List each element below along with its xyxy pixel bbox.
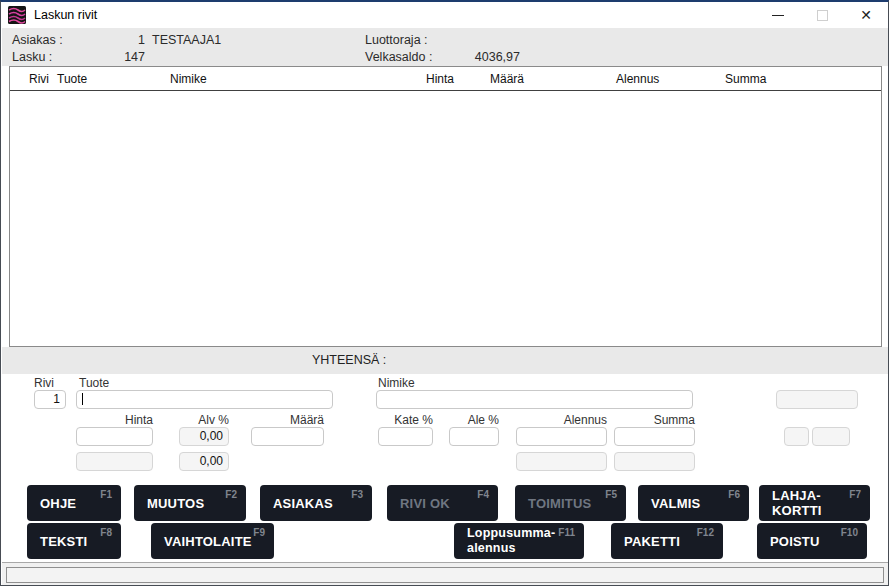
summa-label: Summa	[615, 413, 695, 427]
fkey-label: F10	[841, 527, 858, 538]
rivi-ok-button: RIVI OKF4	[387, 485, 498, 521]
maximize-icon	[817, 10, 828, 21]
rivi-field[interactable]: 1	[34, 390, 66, 409]
kate-field[interactable]	[378, 427, 433, 446]
invoice-rows-table[interactable]: Rivi Tuote Nimike Hinta Määrä Alennus Su…	[9, 66, 882, 347]
col-tuote: Tuote	[57, 72, 87, 86]
side-box-1	[784, 427, 809, 446]
alennus-label: Alennus	[527, 413, 607, 427]
teksti-button[interactable]: TEKSTIF8	[27, 523, 121, 559]
lasku-label: Lasku :	[12, 50, 52, 64]
col-rivi: Rivi	[29, 72, 49, 86]
minimize-button[interactable]	[756, 2, 800, 28]
asiakas-number: 1	[102, 33, 145, 47]
invoice-header: Asiakas : 1 TESTAAJA1 Lasku : 147 Luotto…	[2, 28, 888, 66]
lahjakortti-button[interactable]: LAHJA-KORTTIF7	[759, 485, 870, 521]
vaihtolaite-button[interactable]: VAIHTOLAITEF9	[151, 523, 274, 559]
fkey-label: F6	[728, 489, 740, 500]
fkey-label: F3	[351, 489, 363, 500]
ale-field[interactable]	[449, 427, 499, 446]
alennus-field[interactable]	[516, 427, 607, 446]
poistu-button[interactable]: POISTUF10	[757, 523, 867, 559]
loppusumma-alennus-button[interactable]: Loppusumma-alennusF11	[454, 523, 584, 559]
window-controls: ✕	[756, 2, 888, 28]
maara-field[interactable]	[251, 427, 324, 446]
alv2-field: 0,00	[179, 452, 229, 471]
fkey-label: F7	[849, 489, 861, 500]
ale-label: Ale %	[419, 413, 499, 427]
velkasaldo-label: Velkasaldo :	[365, 50, 432, 64]
fkey-label: F4	[477, 489, 489, 500]
nimike-label: Nimike	[378, 376, 415, 390]
maximize-button[interactable]	[800, 2, 844, 28]
fkey-label: F12	[697, 527, 714, 538]
totals-strip: YHTEENSÄ :	[2, 347, 888, 374]
alv-label: Alv %	[149, 413, 229, 427]
luottoraja-label: Luottoraja :	[365, 33, 428, 47]
close-icon: ✕	[860, 8, 872, 22]
summa-field[interactable]	[614, 427, 695, 446]
col-hinta: Hinta	[426, 72, 454, 86]
toimitus-button: TOIMITUSF5	[515, 485, 626, 521]
status-message-field	[6, 567, 884, 583]
table-body-empty	[10, 91, 881, 346]
alv-field[interactable]: 0,00	[179, 427, 229, 446]
minimize-icon	[772, 15, 784, 16]
nimike-field[interactable]	[376, 390, 693, 409]
fkey-label: F11	[558, 527, 575, 538]
col-maara: Määrä	[490, 72, 524, 86]
asiakas-button[interactable]: ASIAKASF3	[260, 485, 372, 521]
app-logo-icon	[8, 6, 26, 24]
fkey-label: F8	[100, 527, 112, 538]
col-summa: Summa	[725, 72, 766, 86]
close-button[interactable]: ✕	[844, 2, 888, 28]
alennus2-field	[516, 452, 607, 471]
fkey-label: F9	[253, 527, 265, 538]
valmis-button[interactable]: VALMISF6	[638, 485, 749, 521]
col-alennus: Alennus	[616, 72, 659, 86]
rivi-label: Rivi	[34, 376, 54, 390]
fkey-label: F2	[225, 489, 237, 500]
col-nimike: Nimike	[170, 72, 207, 86]
table-header-row: Rivi Tuote Nimike Hinta Määrä Alennus Su…	[10, 67, 881, 91]
maara-label: Määrä	[244, 413, 324, 427]
velkasaldo-value: 4036,97	[442, 50, 520, 64]
muutos-button[interactable]: MUUTOSF2	[134, 485, 246, 521]
hinta2-field	[76, 452, 153, 471]
titlebar: Laskun rivit ✕	[1, 2, 888, 28]
tuote-label: Tuote	[79, 376, 109, 390]
paketti-button[interactable]: PAKETTIF12	[611, 523, 723, 559]
total-label: YHTEENSÄ :	[312, 353, 386, 367]
side-readonly-field	[776, 390, 858, 409]
app-window: Laskun rivit ✕ Asiakas : 1 TESTAAJA1 Las…	[0, 0, 889, 586]
text-cursor	[82, 393, 83, 405]
ohje-button[interactable]: OHJEF1	[27, 485, 121, 521]
asiakas-name: TESTAAJA1	[152, 33, 221, 47]
asiakas-label: Asiakas :	[12, 33, 63, 47]
hinta-label: Hinta	[73, 413, 153, 427]
summa2-field	[614, 452, 695, 471]
side-box-2	[812, 427, 850, 446]
hinta-field[interactable]	[76, 427, 153, 446]
fkey-label: F5	[605, 489, 617, 500]
status-bar	[2, 562, 888, 586]
lasku-value: 147	[102, 50, 145, 64]
window-title: Laskun rivit	[34, 8, 97, 22]
row-entry-form: Rivi Tuote Nimike 1 Hinta Alv % Määrä Ka…	[2, 374, 888, 562]
fkey-label: F1	[100, 489, 112, 500]
tuote-field[interactable]	[76, 390, 333, 409]
